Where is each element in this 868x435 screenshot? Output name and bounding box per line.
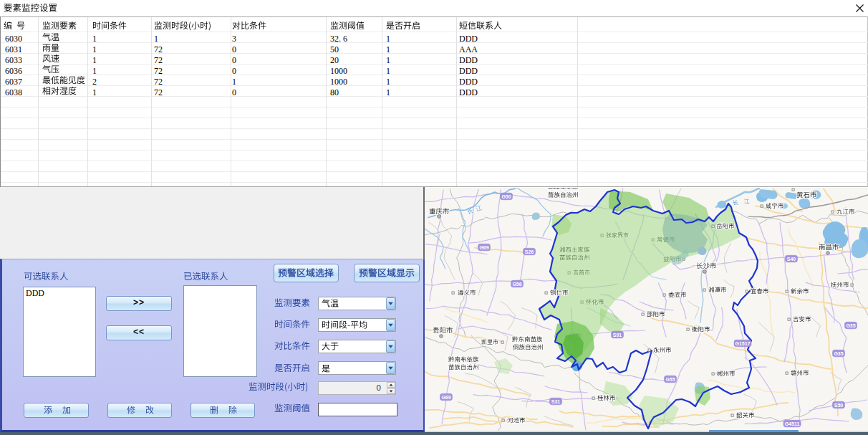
svg-text:G50: G50 [501,194,511,199]
svg-text:G56: G56 [512,282,521,287]
svg-text:S31: S31 [551,399,561,404]
svg-text:G69: G69 [441,395,450,400]
svg-text:G4511: G4511 [785,421,800,426]
svg-text:G1517: G1517 [735,341,750,346]
svg-text:S91: S91 [613,333,622,338]
svg-text:G35: G35 [846,323,855,328]
svg-text:G69: G69 [479,245,488,250]
svg-text:G35: G35 [834,351,843,356]
svg-text:S40: S40 [787,257,796,262]
svg-text:G55: G55 [665,377,675,382]
svg-text:S50: S50 [834,403,844,408]
svg-text:S26: S26 [525,249,534,254]
